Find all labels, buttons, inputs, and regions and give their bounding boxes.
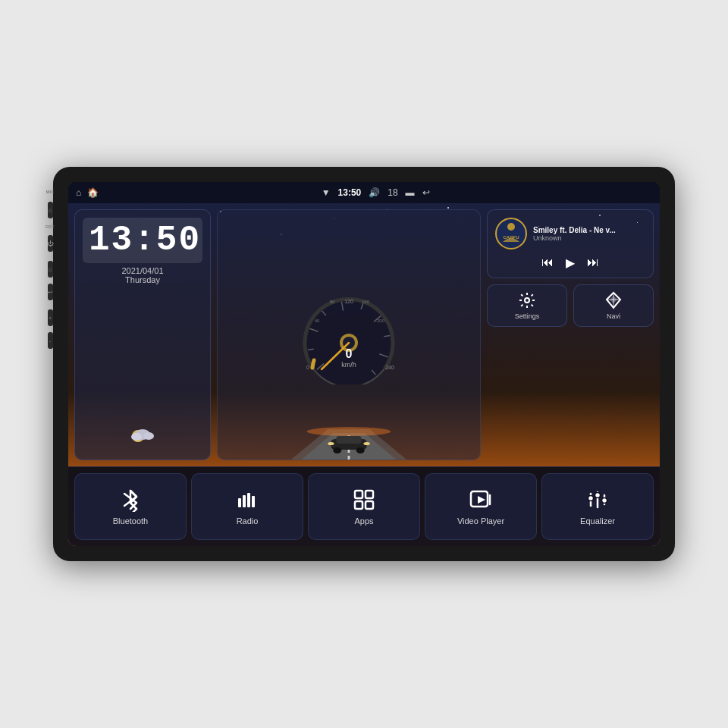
svg-rect-51 xyxy=(366,491,373,498)
music-title: Smiley ft. Delia - Ne v... xyxy=(533,226,645,234)
wifi-icon: ▼ xyxy=(322,187,331,198)
svg-text:160: 160 xyxy=(362,300,370,304)
svg-text:km/h: km/h xyxy=(341,361,356,369)
side-button-vol-down[interactable]: - xyxy=(48,332,53,349)
play-button[interactable]: ▶ xyxy=(566,256,575,270)
svg-rect-50 xyxy=(355,491,362,498)
side-button-back[interactable]: ↩ xyxy=(48,284,53,300)
music-header: CARFU Smiley ft. Delia - Ne v... Unknown xyxy=(495,218,645,249)
svg-rect-52 xyxy=(355,501,362,509)
volume-icon: 🔊 xyxy=(369,187,380,198)
radio-button[interactable]: Radio xyxy=(191,473,303,540)
bluetooth-label: Bluetooth xyxy=(113,516,148,526)
svg-point-62 xyxy=(602,498,607,504)
svg-text:0: 0 xyxy=(306,365,309,370)
svg-point-40 xyxy=(525,298,529,303)
music-widget: CARFU Smiley ft. Delia - Ne v... Unknown… xyxy=(487,209,654,278)
svg-point-38 xyxy=(507,223,515,231)
svg-rect-53 xyxy=(366,501,373,509)
settings-label: Settings xyxy=(515,312,540,320)
status-left: ⌂ 🏠 xyxy=(76,187,99,198)
svg-text:240: 240 xyxy=(385,365,394,370)
svg-text:CARFU: CARFU xyxy=(504,235,519,240)
mic-label: MIC xyxy=(46,190,55,194)
road-scene xyxy=(218,410,480,460)
bluetooth-icon xyxy=(118,488,143,512)
car-head-unit: MIC ⌂ RST ⏻ ⌂ ↩ + - ⌂ 🏠 ▼ 13 xyxy=(53,167,675,561)
equalizer-icon xyxy=(585,488,610,512)
svg-marker-55 xyxy=(478,496,485,504)
home-outline-icon[interactable]: ⌂ xyxy=(76,187,81,198)
svg-point-33 xyxy=(333,447,341,453)
side-button-vol-up[interactable]: + xyxy=(48,309,53,326)
widgets-row: 13:50 2021/04/01 Thursday xyxy=(68,203,660,466)
bottom-app-bar: Bluetooth Radio xyxy=(68,466,660,546)
video-icon xyxy=(469,488,493,512)
svg-text:0: 0 xyxy=(346,347,353,360)
right-panel: CARFU Smiley ft. Delia - Ne v... Unknown… xyxy=(487,209,654,460)
display-screen: ⌂ 🏠 ▼ 13:50 🔊 18 ▬ ↩ xyxy=(68,182,660,546)
svg-text:200: 200 xyxy=(377,318,385,323)
svg-point-2 xyxy=(131,433,142,441)
bluetooth-button[interactable]: Bluetooth xyxy=(74,473,187,540)
apps-label: Apps xyxy=(354,516,373,526)
status-center: ▼ 13:50 🔊 18 ▬ ↩ xyxy=(322,187,430,198)
rst-label: RST xyxy=(46,224,55,229)
svg-rect-32 xyxy=(336,436,361,444)
status-bar: ⌂ 🏠 ▼ 13:50 🔊 18 ▬ ↩ xyxy=(68,182,660,203)
clock-widget: 13:50 2021/04/01 Thursday xyxy=(74,209,211,460)
album-art: CARFU xyxy=(495,218,527,249)
volume-level: 18 xyxy=(388,187,397,198)
svg-text:120: 120 xyxy=(344,299,353,304)
prev-button[interactable]: ⏮ xyxy=(541,256,554,270)
svg-rect-48 xyxy=(247,493,250,507)
svg-point-35 xyxy=(363,442,369,445)
clock-date: 2021/04/01 xyxy=(83,266,202,275)
weather-icon xyxy=(83,424,202,452)
video-label: Video Player xyxy=(457,516,504,526)
svg-rect-47 xyxy=(243,495,246,507)
svg-point-30 xyxy=(307,427,391,436)
speedometer-svg: 0 km/h 0 240 120 40 80 160 200 xyxy=(288,286,410,384)
settings-widget[interactable]: Settings xyxy=(487,284,567,327)
video-button[interactable]: Video Player xyxy=(425,473,537,540)
equalizer-label: Equalizer xyxy=(580,516,615,526)
apps-button[interactable]: Apps xyxy=(308,473,420,540)
battery-icon: ▬ xyxy=(406,187,415,198)
svg-point-34 xyxy=(356,447,365,453)
svg-point-61 xyxy=(595,493,601,498)
side-button-home[interactable]: ⌂ xyxy=(48,202,53,218)
svg-point-60 xyxy=(588,496,594,501)
speedometer-widget: 0 km/h 0 240 120 40 80 160 200 xyxy=(217,209,481,460)
svg-rect-46 xyxy=(238,498,241,507)
status-time: 13:50 xyxy=(338,187,362,198)
side-button-nav[interactable]: ⌂ xyxy=(48,261,53,278)
svg-point-36 xyxy=(328,442,334,445)
next-button[interactable]: ⏭ xyxy=(587,256,599,270)
back-icon[interactable]: ↩ xyxy=(422,187,430,198)
apps-icon xyxy=(352,488,376,512)
side-button-power[interactable]: ⏻ xyxy=(48,235,53,252)
radio-label: Radio xyxy=(237,516,259,526)
svg-point-3 xyxy=(143,432,154,440)
radio-icon xyxy=(235,488,259,512)
main-content-area: 13:50 2021/04/01 Thursday xyxy=(68,203,660,546)
music-controls: ⏮ ▶ ⏭ xyxy=(495,256,645,270)
music-artist: Unknown xyxy=(533,234,645,242)
music-info: Smiley ft. Delia - Ne v... Unknown xyxy=(533,226,645,242)
svg-rect-49 xyxy=(252,496,255,507)
svg-text:80: 80 xyxy=(330,300,335,304)
svg-text:40: 40 xyxy=(315,318,320,323)
clock-display: 13:50 xyxy=(83,218,202,263)
navi-label: Navi xyxy=(607,312,620,320)
clock-day: Thursday xyxy=(83,275,202,284)
equalizer-button[interactable]: Equalizer xyxy=(541,473,654,540)
home-filled-icon[interactable]: 🏠 xyxy=(87,187,99,198)
navi-widget[interactable]: Navi xyxy=(573,284,654,327)
quick-icons-row: Settings Navi xyxy=(487,284,654,327)
